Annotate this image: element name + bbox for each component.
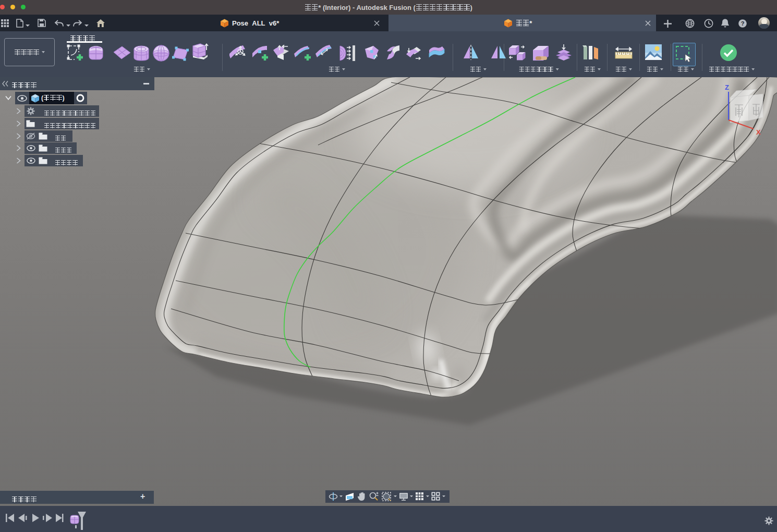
svg-text:X: X <box>756 128 761 136</box>
svg-text:Z: Z <box>725 83 729 91</box>
svg-text:?: ? <box>741 20 745 27</box>
